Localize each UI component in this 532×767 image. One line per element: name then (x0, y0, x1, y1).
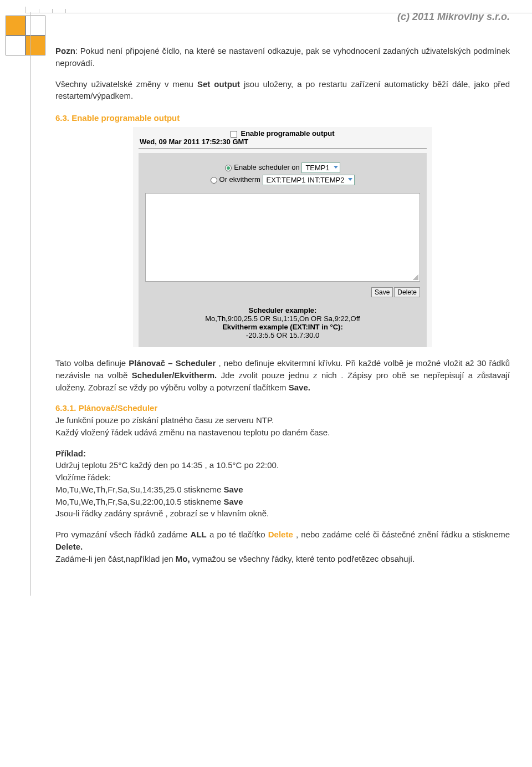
section-6-3-1-title: 6.3.1. Plánovač/Scheduler (55, 403, 157, 413)
scheduler-example-line: Mo,Th,9:00,25.5 OR Su,1:15,On OR Sa,9:22… (145, 314, 420, 323)
rules-textarea[interactable] (145, 193, 420, 282)
example-block: Příklad: Udržuj teplotu 25°C každý den p… (55, 448, 510, 520)
ekvitherm-example-line: -20.3:5.5 OR 15.7:30.0 (145, 331, 420, 339)
radio-ekvitherm-label: Or ekvitherm (219, 175, 260, 184)
intro-paragraph-2: Všechny uživatelské změny v menu Set out… (55, 78, 510, 103)
datetime-label: Wed, 09 Mar 2011 17:52:30 GMT (139, 138, 427, 149)
scheduler-select[interactable]: TEMP1 (301, 162, 340, 173)
enable-checkbox[interactable] (231, 131, 237, 138)
save-button[interactable]: Save (371, 287, 393, 297)
ui-screenshot-panel: Enable programable output Wed, 09 Mar 20… (133, 127, 432, 347)
section-6-3-body: Tato volba definuje Plánovač – Scheduler… (55, 357, 510, 393)
radio-scheduler[interactable] (225, 165, 232, 171)
enable-checkbox-label: Enable programable output (241, 129, 334, 138)
radio-scheduler-label: Enable scheduler on (234, 163, 300, 171)
delete-paragraph: Pro vymazání všech řádků zadáme ALL a po… (55, 529, 510, 565)
note-label: Pozn (55, 46, 75, 55)
ruler-top (25, 6, 532, 13)
note-paragraph: Pozn: Pokud není připojené čídlo, na kte… (55, 45, 510, 69)
radio-ekvitherm[interactable] (211, 177, 217, 184)
enable-checkbox-row: Enable programable output (133, 127, 432, 138)
section-6-3-1: 6.3.1. Plánovač/Scheduler Je funkční pou… (55, 402, 510, 438)
ruler-left (23, 12, 31, 596)
note-text: : Pokud není připojené čídlo, na které s… (55, 46, 510, 68)
ekvitherm-select[interactable]: EXT:TEMP1 INT:TEMP2 (263, 175, 355, 185)
ekvitherm-example-label: Ekvitherm example (EXT:INT in °C): (145, 323, 420, 331)
section-6-3-title: 6.3. Enable programable output (55, 113, 510, 123)
delete-button[interactable]: Delete (394, 287, 420, 297)
scheduler-example-label: Scheduler example: (145, 306, 420, 314)
